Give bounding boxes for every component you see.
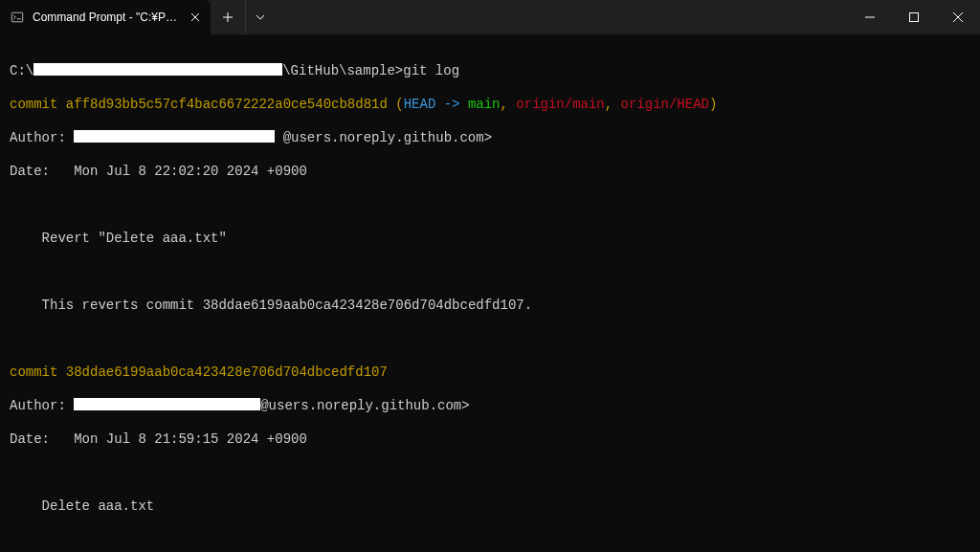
remote-ref: origin/HEAD <box>621 97 709 112</box>
commit-hash: 38ddae6199aab0ca423428e706d704dbcedfd107 <box>66 364 388 380</box>
date-value: Mon Jul 8 22:02:20 2024 +0900 <box>74 164 307 179</box>
commit-label: commit <box>10 364 66 380</box>
date-value: Mon Jul 8 21:59:15 2024 +0900 <box>74 431 307 447</box>
prompt-suffix: \GitHub\sample> <box>282 63 403 78</box>
author-line: Author: @users.noreply.github.com> <box>10 130 970 147</box>
date-label: Date: <box>10 431 74 447</box>
window-controls <box>848 0 980 34</box>
author-suffix: @users.noreply.github.com> <box>260 398 469 413</box>
blank-line <box>10 331 970 348</box>
close-button[interactable] <box>936 0 980 34</box>
redacted-path <box>33 63 282 76</box>
tab-title: Command Prompt - "C:¥Progr <box>33 11 180 24</box>
svg-rect-1 <box>910 13 919 22</box>
commit-message: Revert "Delete aaa.txt" <box>10 231 970 248</box>
commit-message: This reverts commit 38ddae6199aab0ca4234… <box>10 298 970 315</box>
refs-sep: , <box>501 97 517 112</box>
author-suffix: @users.noreply.github.com> <box>283 130 492 145</box>
commit-hash: aff8d93bb5c57cf4bac6672222a0ce540cb8d81d <box>66 97 388 112</box>
author-label: Author: <box>10 130 74 145</box>
commit-line: commit aff8d93bb5c57cf4bac6672222a0ce540… <box>10 97 970 114</box>
terminal-output[interactable]: C:\\GitHub\sample>git log commit aff8d93… <box>0 34 980 552</box>
date-line: Date: Mon Jul 8 21:59:15 2024 +0900 <box>10 431 970 449</box>
svg-rect-0 <box>11 12 22 22</box>
new-tab-button[interactable] <box>211 0 245 34</box>
refs-open: ( <box>388 97 404 112</box>
date-label: Date: <box>10 164 74 179</box>
tab-active[interactable]: Command Prompt - "C:¥Progr <box>0 0 211 34</box>
prompt-line: C:\\GitHub\sample>git log <box>10 63 970 80</box>
head-ref: HEAD -> <box>404 97 468 112</box>
commit-line: commit 38ddae6199aab0ca423428e706d704dbc… <box>10 364 970 382</box>
branch-main: main <box>468 97 501 112</box>
date-line: Date: Mon Jul 8 22:02:20 2024 +0900 <box>10 164 970 181</box>
remote-ref: origin/main <box>516 97 604 112</box>
commit-label: commit <box>10 97 66 112</box>
terminal-icon <box>10 10 25 25</box>
prompt-command: git log <box>403 63 459 78</box>
refs-sep: , <box>605 97 621 112</box>
redacted-author <box>74 130 275 143</box>
blank-line <box>10 465 970 482</box>
minimize-button[interactable] <box>848 0 892 34</box>
commit-message: Delete aaa.txt <box>10 498 970 516</box>
blank-line <box>10 197 970 214</box>
blank-line <box>10 532 970 549</box>
titlebar-drag-area[interactable] <box>274 0 848 34</box>
author-label: Author: <box>10 398 74 413</box>
author-line: Author: @users.noreply.github.com> <box>10 398 970 415</box>
refs-close: ) <box>709 97 717 112</box>
prompt-drive: C:\ <box>10 63 33 78</box>
redacted-author <box>74 398 260 410</box>
tab-close-button[interactable] <box>188 10 203 25</box>
blank-line <box>10 264 970 281</box>
maximize-button[interactable] <box>892 0 936 34</box>
tab-dropdown-button[interactable] <box>245 0 274 34</box>
titlebar: Command Prompt - "C:¥Progr <box>0 0 980 34</box>
